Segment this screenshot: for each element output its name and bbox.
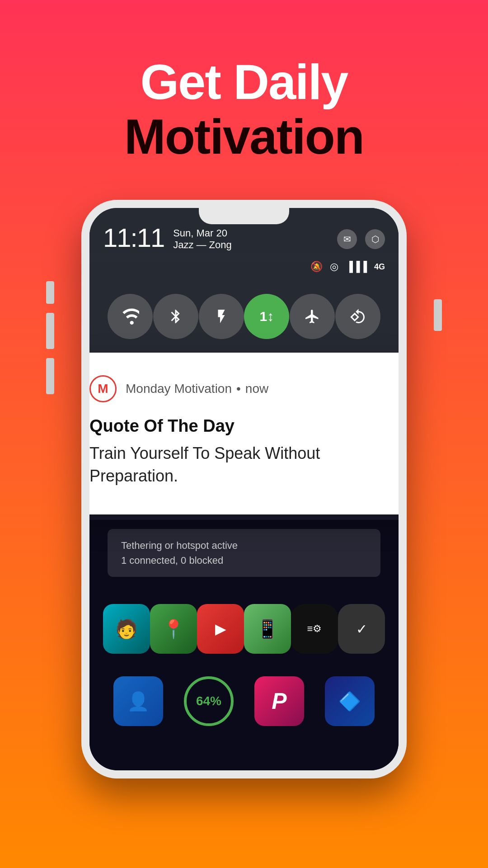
app-icon-check[interactable]: ✓ <box>338 604 385 654</box>
settings-icon: ⬡ <box>365 229 385 249</box>
notif-separator: • <box>236 382 241 396</box>
volume-silent-button <box>46 281 54 304</box>
app-icon-youtube[interactable]: ▶ <box>197 604 244 654</box>
tethering-section: Tethering or hotspot active 1 connected,… <box>89 520 399 577</box>
volume-up-button <box>46 313 54 349</box>
hero-section: Get Daily Motivation <box>0 0 488 191</box>
flashlight-toggle[interactable] <box>199 294 244 339</box>
bluetooth-toggle[interactable] <box>153 294 198 339</box>
status-time: 11:11 <box>103 222 164 253</box>
phone-wrapper: 11:11 Sun, Mar 20 Jazz — Zong ✉ ⬡ 🔕 ◎ ▐▐… <box>59 200 429 778</box>
app-icon-maps[interactable]: 📍 <box>150 604 197 654</box>
signal-bars: ▐▐▐ <box>346 261 367 273</box>
notification-card: M Monday Motivation • now Quote Of The D… <box>81 353 407 514</box>
silent-icon: 🔕 <box>310 261 323 273</box>
app-icon-darkblue[interactable]: 🔷 <box>325 676 375 726</box>
hero-line1: Get Daily <box>0 54 488 109</box>
notif-title: Quote Of The Day <box>89 416 399 437</box>
app-icon-menu[interactable]: ≡⚙ <box>291 604 338 654</box>
home-icons-row2: 👤 64% P 🔷 <box>89 663 399 740</box>
status-date: Sun, Mar 20 <box>173 227 232 239</box>
tethering-line1: Tethering or hotspot active <box>121 538 367 553</box>
home-icons-row1: 🧑 📍 ▶ 📱 ≡⚙ ✓ <box>89 586 399 663</box>
app-icon-app4[interactable]: 📱 <box>244 604 291 654</box>
app-icon-user[interactable]: 👤 <box>113 676 163 726</box>
status-carrier: Jazz — Zong <box>173 239 232 251</box>
notif-header: M Monday Motivation • now <box>89 375 399 402</box>
app-icon-battery[interactable]: 64% <box>184 676 234 726</box>
notif-time: now <box>245 382 268 396</box>
phone-notch <box>199 208 289 224</box>
wifi-toggle[interactable] <box>108 294 153 339</box>
hero-line2: Motivation <box>0 109 488 164</box>
4g-icon: 4G <box>374 262 385 272</box>
status-bar-secondary: 🔕 ◎ ▐▐▐ 4G <box>89 253 399 280</box>
phone-home-screen: Tethering or hotspot active 1 connected,… <box>89 520 399 770</box>
notif-app-icon: M <box>89 375 117 402</box>
airplane-toggle[interactable] <box>290 294 335 339</box>
tethering-line2: 1 connected, 0 blocked <box>121 553 367 568</box>
quick-toggles: 1↕ <box>89 280 399 353</box>
wifi-icon: ◎ <box>330 261 338 273</box>
data-toggle[interactable]: 1↕ <box>244 294 289 339</box>
battery-percent: 64% <box>196 694 221 708</box>
rotation-toggle[interactable] <box>335 294 380 339</box>
tethering-card: Tethering or hotspot active 1 connected,… <box>108 529 380 577</box>
volume-down-button <box>46 358 54 394</box>
notif-app-name: Monday Motivation <box>126 382 232 396</box>
notif-body: Train Yourself To Speak Without Preparat… <box>89 442 399 488</box>
power-button <box>434 299 442 331</box>
status-icons-right: ✉ ⬡ <box>337 229 385 249</box>
app-icon-contacts[interactable]: 🧑 <box>103 604 150 654</box>
app-icon-pixellab[interactable]: P <box>254 676 304 726</box>
mail-icon: ✉ <box>337 229 357 249</box>
phone-frame: 11:11 Sun, Mar 20 Jazz — Zong ✉ ⬡ 🔕 ◎ ▐▐… <box>81 200 407 778</box>
status-info: Sun, Mar 20 Jazz — Zong <box>173 227 232 251</box>
